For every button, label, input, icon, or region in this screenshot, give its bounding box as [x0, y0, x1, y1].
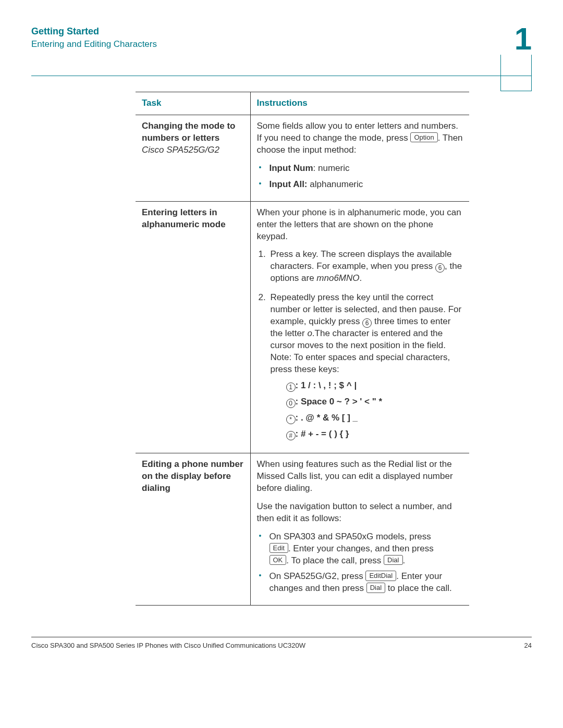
- list-item: On SPA303 and SPA50xG models, press Edit…: [257, 531, 463, 567]
- softkey-option: Option: [410, 132, 437, 143]
- key-hash-line: #: # + - = ( ) { }: [286, 428, 463, 440]
- softkey-editdial: EditDial: [365, 571, 396, 581]
- section-title: Getting Started: [31, 26, 532, 37]
- page-header: Getting Started Entering and Editing Cha…: [31, 26, 532, 50]
- key-1-icon: 1: [286, 382, 296, 392]
- task-title: Editing a phone number on the display be…: [142, 459, 243, 493]
- step-1: Press a key. The screen displays the ava…: [268, 249, 463, 285]
- key-6-icon: 6: [362, 318, 372, 328]
- task-title: Changing the mode to numbers or letters: [142, 121, 235, 143]
- key-star-line: *: . @ * & % [ ] _: [286, 412, 463, 424]
- instr-text: Some fields allow you to enter letters a…: [257, 120, 463, 156]
- task-title: Entering letters in alphanumeric mode: [142, 207, 226, 229]
- page-footer: Cisco SPA300 and SPA500 Series IP Phones…: [31, 637, 532, 649]
- table-row: Entering letters in alphanumeric mode Wh…: [136, 201, 469, 453]
- instructions-table: Task Instructions Changing the mode to n…: [136, 92, 469, 606]
- table-row: Editing a phone number on the display be…: [136, 453, 469, 605]
- key-6-icon: 6: [435, 263, 445, 273]
- footer-text: Cisco SPA300 and SPA500 Series IP Phones…: [31, 641, 305, 649]
- header-rule: [31, 76, 532, 76]
- col-task: Task: [136, 92, 250, 115]
- table-row: Changing the mode to numbers or letters …: [136, 115, 469, 201]
- key-star-icon: *: [286, 415, 296, 424]
- list-item: Input Num: numeric: [257, 163, 463, 175]
- page-number: 24: [524, 641, 532, 649]
- key-1-line: 1: 1 / : \ , ! ; $ ^ |: [286, 380, 463, 392]
- step-2: Repeatedly press the key until the corre…: [268, 292, 463, 440]
- instr-text: When using features such as the Redial l…: [257, 459, 463, 495]
- softkey-dial: Dial: [366, 583, 385, 593]
- section-subtitle: Entering and Editing Characters: [31, 39, 532, 50]
- chapter-number: 1: [515, 21, 532, 57]
- key-hash-icon: #: [286, 431, 296, 440]
- task-model: Cisco SPA525G/G2: [142, 145, 219, 155]
- instr-text: Use the navigation button to select a nu…: [257, 501, 463, 525]
- key-0-line: 0: Space 0 ~ ? > ' < " *: [286, 396, 463, 408]
- list-item: On SPA525G/G2, press EditDial. Enter you…: [257, 571, 463, 595]
- softkey-edit: Edit: [270, 543, 288, 553]
- col-instructions: Instructions: [250, 92, 469, 115]
- instr-text: When your phone is in alphanumeric mode,…: [257, 207, 463, 243]
- key-0-icon: 0: [286, 399, 296, 408]
- softkey-ok: OK: [270, 555, 287, 565]
- chapter-box: [500, 55, 532, 91]
- softkey-dial: Dial: [384, 555, 402, 565]
- list-item: Input All: alphanumeric: [257, 179, 463, 191]
